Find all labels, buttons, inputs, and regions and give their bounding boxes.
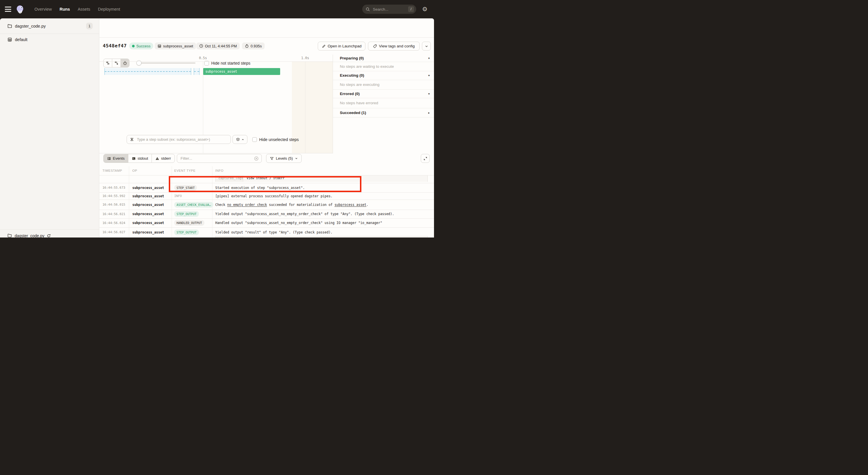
metadata-value[interactable]: View stdout / stderr bbox=[243, 175, 427, 182]
warning-icon bbox=[155, 156, 159, 160]
tab-stdout[interactable]: stdout bbox=[128, 154, 152, 162]
graph-query-toggle-button[interactable] bbox=[232, 135, 247, 144]
dagster-run-page: Overview Runs Assets Deployment / ⚙ dags… bbox=[0, 0, 434, 237]
log-info: Yielded output "subprocess_asset_no_empt… bbox=[212, 210, 434, 218]
sidebar-item-default[interactable]: default bbox=[0, 34, 99, 46]
metadata-table: total_orders2 bbox=[215, 236, 428, 238]
dagster-logo-icon[interactable] bbox=[16, 5, 24, 13]
logs-fullscreen-button[interactable] bbox=[421, 154, 430, 163]
gantt-time-axis: 0.5s 1.0s bbox=[99, 55, 333, 62]
status-badge: Success bbox=[129, 42, 153, 50]
time-tick-label: 0.5s bbox=[199, 56, 207, 60]
search-shortcut-badge: / bbox=[408, 6, 414, 12]
panel-section-succeeded[interactable]: Succeeded (1)▸ bbox=[333, 108, 434, 118]
run-header bbox=[99, 19, 434, 38]
sidebar-footer-repo[interactable]: dagster_code.py bbox=[0, 230, 99, 237]
success-dot-icon bbox=[132, 45, 135, 48]
search-input[interactable] bbox=[372, 7, 408, 12]
column-header-timestamp: TIMESTAMP bbox=[99, 166, 129, 175]
column-header-op: OP bbox=[129, 166, 172, 175]
log-op: subprocess_asset bbox=[129, 183, 172, 192]
metadata-table: captured_logsView stdout / stderr bbox=[215, 175, 428, 182]
log-event-type: STEP_OUTPUT bbox=[172, 210, 212, 218]
panel-empty-text: No steps have errored bbox=[333, 98, 434, 108]
log-timestamp: 16:44:56.021 bbox=[99, 210, 129, 218]
log-info: Check no_empty_order_check succeeded for… bbox=[212, 200, 434, 210]
log-info: [pipes] external process successfully op… bbox=[212, 193, 434, 200]
main-panel: 4548ef47 Success subprocess_asset Oct 11… bbox=[99, 19, 434, 237]
log-timestamp: 16:44:55.992 bbox=[99, 193, 129, 200]
nav-link-runs[interactable]: Runs bbox=[59, 7, 70, 11]
log-row[interactable]: captured_logsView stdout / stderr bbox=[99, 175, 434, 183]
folder-icon bbox=[7, 24, 12, 28]
tab-stderr[interactable]: stderr bbox=[152, 154, 175, 162]
layers-icon bbox=[236, 138, 240, 142]
reload-icon[interactable] bbox=[47, 234, 51, 238]
metadata-value[interactable]: 2 bbox=[243, 236, 427, 238]
logs-toolbar: Events stdout stderr bbox=[99, 153, 434, 166]
log-row[interactable]: 16:44:56.021subprocess_assetSTEP_OUTPUTY… bbox=[99, 210, 434, 218]
job-name-pill[interactable]: subprocess_asset bbox=[155, 42, 196, 50]
chevron-down-icon bbox=[295, 157, 298, 160]
chevron-down-icon bbox=[425, 44, 428, 48]
panel-section-preparing[interactable]: Preparing (0)▾ bbox=[333, 55, 434, 62]
hide-unselected-checkbox[interactable] bbox=[252, 137, 257, 142]
settings-gear-icon[interactable]: ⚙ bbox=[422, 6, 428, 12]
log-op: subprocess_asset bbox=[129, 193, 172, 200]
log-info: Yielded output "result" of type "Any". (… bbox=[212, 228, 434, 238]
log-filter-field bbox=[177, 154, 262, 163]
log-info: captured_logsView stdout / stderr bbox=[212, 175, 434, 183]
levels-filter-button[interactable]: Levels (5) bbox=[266, 154, 302, 163]
log-event-type: INFO bbox=[172, 193, 212, 200]
run-actions-chevron-button[interactable] bbox=[422, 42, 431, 51]
panel-section-executing[interactable]: Executing (0)▾ bbox=[333, 71, 434, 80]
log-op bbox=[129, 175, 172, 183]
terminal-icon bbox=[132, 156, 136, 160]
log-filter-input[interactable] bbox=[180, 156, 254, 161]
log-row[interactable]: 16:44:55.992subprocess_assetINFO[pipes] … bbox=[99, 193, 434, 200]
chevron-right-icon: ▸ bbox=[428, 111, 430, 114]
expand-icon bbox=[423, 156, 427, 160]
table-icon bbox=[107, 156, 111, 160]
repo-name: dagster_code.py bbox=[15, 24, 45, 28]
log-info: Started execution of step "subprocess_as… bbox=[212, 183, 434, 192]
sidebar-repo-row[interactable]: dagster_code.py 1 bbox=[0, 19, 99, 34]
log-event-type: STEP_START bbox=[172, 183, 212, 192]
info-link[interactable]: no_empty_order_check bbox=[227, 203, 267, 207]
event-type-badge: INFO bbox=[174, 194, 182, 198]
log-event-type bbox=[172, 175, 212, 183]
open-in-launchpad-button[interactable]: Open in Launchpad bbox=[318, 42, 365, 51]
waiting-span bbox=[194, 68, 199, 75]
event-log-table: TIMESTAMP OP EVENT TYPE INFO captured_lo… bbox=[99, 166, 434, 237]
start-time-pill: Oct 11, 4:44:55 PM bbox=[196, 42, 240, 50]
nav-link-assets[interactable]: Assets bbox=[78, 7, 90, 11]
log-timestamp: 16:44:56.015 bbox=[99, 200, 129, 210]
chevron-down-icon: ▾ bbox=[428, 57, 430, 60]
log-row[interactable]: 16:44:55.673subprocess_assetSTEP_STARTSt… bbox=[99, 183, 434, 193]
panel-section-errored[interactable]: Errored (0)▾ bbox=[333, 90, 434, 98]
duration-pill: 0.935s bbox=[242, 42, 265, 50]
gantt-step-bar[interactable]: subprocess_asset bbox=[203, 68, 280, 75]
hamburger-menu-icon[interactable] bbox=[5, 7, 11, 12]
log-row[interactable]: 16:44:56.024subprocess_assetHANDLED_OUTP… bbox=[99, 218, 434, 228]
log-event-type: HANDLED_OUTPUT bbox=[172, 218, 212, 228]
nav-link-overview[interactable]: Overview bbox=[34, 7, 52, 11]
column-header-event-type: EVENT TYPE bbox=[172, 166, 212, 175]
waiting-span bbox=[104, 68, 191, 75]
log-op: subprocess_asset bbox=[129, 228, 172, 238]
step-subset-input[interactable] bbox=[136, 137, 228, 142]
hide-unselected-label: Hide unselected steps bbox=[259, 137, 299, 142]
search-icon bbox=[366, 7, 370, 11]
log-op: subprocess_asset bbox=[129, 218, 172, 228]
log-row[interactable]: 16:44:56.027subprocess_assetSTEP_OUTPUTY… bbox=[99, 228, 434, 238]
global-search[interactable]: / bbox=[362, 5, 416, 14]
clear-filter-icon[interactable] bbox=[254, 156, 259, 161]
tab-events[interactable]: Events bbox=[104, 154, 128, 162]
stopwatch-icon bbox=[245, 44, 249, 48]
view-tags-config-button[interactable]: View tags and config bbox=[368, 42, 420, 51]
log-row[interactable]: 16:44:56.015subprocess_assetASSET_CHECK_… bbox=[99, 200, 434, 210]
event-type-badge: HANDLED_OUTPUT bbox=[174, 220, 205, 226]
nav-link-deployment[interactable]: Deployment bbox=[98, 7, 120, 11]
info-link[interactable]: subprocess_asset bbox=[334, 203, 366, 207]
footer-repo-name: dagster_code.py bbox=[14, 234, 44, 238]
